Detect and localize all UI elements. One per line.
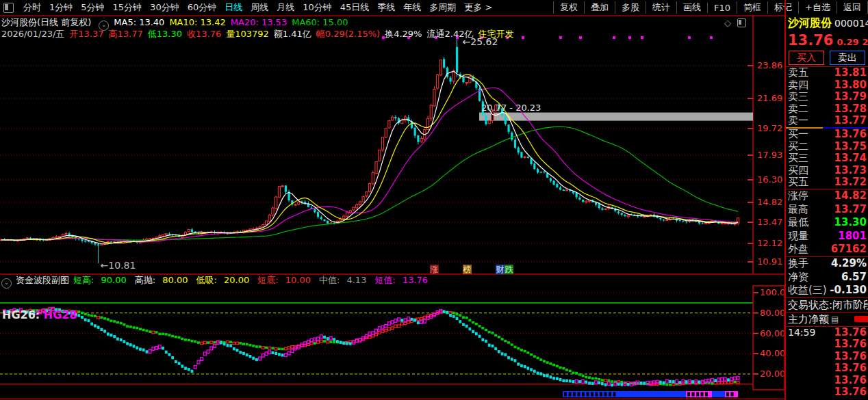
quote-row: 收益(三)-0.130	[786, 284, 868, 297]
period-tab[interactable]: 30分钟	[146, 1, 183, 14]
transaction-row: 13.76	[786, 375, 868, 387]
sell-button[interactable]: 卖出	[830, 51, 865, 65]
svg-text:100.0: 100.0	[760, 287, 785, 297]
ma-value: MA20: 13.53	[231, 17, 287, 27]
toolbar-item[interactable]: 画线	[676, 1, 707, 14]
svg-text:20.00: 20.00	[760, 369, 785, 379]
diamond-icon[interactable]: ◇	[724, 18, 731, 28]
period-tab[interactable]: 15分钟	[109, 1, 146, 14]
ohlc-segment: 流通2.42亿	[426, 29, 473, 39]
transaction-row: 14:5913.76	[786, 327, 868, 339]
svg-text:40.00: 40.00	[760, 348, 785, 358]
ohlc-segment: 换4.29%	[385, 29, 422, 39]
toolbar-item[interactable]: F10	[707, 3, 737, 13]
period-tab[interactable]: 年线	[399, 1, 425, 14]
period-tab[interactable]: 1分钟	[45, 1, 77, 14]
quote-row[interactable]: 卖三13.79	[786, 91, 868, 103]
period-tab[interactable]: 60分钟	[183, 1, 221, 14]
svg-text:23.86: 23.86	[757, 60, 782, 70]
svg-text:←10.81: ←10.81	[101, 260, 136, 271]
indicator-sub-chart[interactable]: 100.080.0060.0040.0020.00HG26: HG28	[0, 275, 786, 400]
quote-row[interactable]: 买三13.74	[786, 152, 868, 165]
top-toolbar: 分时1分钟5分钟15分钟30分钟60分钟日线周线月线10分钟45日线季线年线多周…	[0, 0, 868, 16]
period-tab[interactable]: 季线	[373, 1, 399, 14]
svg-text:60.00: 60.00	[760, 328, 785, 338]
toolbar-item[interactable]: 返回	[837, 1, 868, 14]
sub-param: 高抛: 80.00	[135, 275, 192, 285]
quote-row: 涨停14.82	[786, 189, 868, 203]
period-tabs: 分时1分钟5分钟15分钟30分钟60分钟日线周线月线10分钟45日线季线年线多周…	[0, 1, 496, 14]
main-force-row: 主力净额 ▤	[786, 312, 868, 326]
svg-text:19.72: 19.72	[757, 123, 782, 133]
period-tab[interactable]: 周线	[246, 1, 272, 14]
svg-text:21.69: 21.69	[757, 93, 782, 103]
period-tab[interactable]: 日线	[220, 1, 246, 14]
price-change-pct: 2.15%	[863, 37, 868, 47]
quote-row[interactable]: 卖一13.77	[786, 115, 868, 127]
buy-button[interactable]: 买入	[789, 51, 824, 65]
ma-value: MA10: 13.42	[169, 17, 225, 27]
toolbar-item[interactable]: 叠加	[584, 1, 615, 14]
transaction-row: 13.76	[786, 386, 868, 399]
toolbar-item[interactable]: 复权	[553, 1, 584, 14]
ohlc-segment: 开13.37	[69, 29, 103, 39]
stock-code: 000014	[834, 18, 868, 29]
ohlc-segment: 幅0.29(2.15%)	[316, 29, 380, 39]
period-tab[interactable]: 45日线	[336, 1, 374, 14]
toolbar-item[interactable]: 简框	[737, 1, 767, 14]
transaction-row: 13.76	[786, 338, 868, 351]
price-row: 13.760.292.15%	[786, 31, 868, 49]
quote-row[interactable]: 买四13.73	[786, 165, 868, 177]
quote-row: 外盘67162	[786, 243, 868, 256]
ohlc-segment: 住宅开发	[478, 29, 513, 39]
quote-row[interactable]: 卖二13.78	[786, 103, 868, 116]
transaction-row: 13.76	[786, 362, 868, 375]
list-icon[interactable]: ▤	[831, 312, 839, 326]
ma-value: MA60: 15.00	[292, 17, 348, 27]
ohlc-segment: 2026/01/23/五	[1, 29, 64, 39]
toolbar-item[interactable]: +自选	[798, 1, 837, 14]
ohlc-segment: 额1.41亿	[274, 29, 311, 39]
stock-name: 沙河股份	[788, 16, 832, 29]
chart-badge[interactable]: 跌	[505, 265, 513, 274]
sub-param: 短值: 13.76	[374, 275, 432, 285]
period-tab[interactable]: 5分钟	[77, 1, 108, 14]
period-tab[interactable]: 月线	[272, 1, 298, 14]
period-tab[interactable]: 10分钟	[298, 1, 336, 14]
svg-text:16.30: 16.30	[757, 174, 782, 185]
main-candlestick-chart[interactable]: 23.8621.6919.7217.9316.3014.8213.4712.12…	[0, 15, 786, 275]
svg-text:20.77 - 20.23: 20.77 - 20.23	[481, 103, 541, 113]
ohlc-info-bar: 2026/01/23/五开13.37高13.77低13.30收13.76量103…	[1, 28, 518, 39]
sub-chart-title: 资金波段副图	[16, 275, 69, 285]
main-force-label: 主力净额	[788, 312, 829, 326]
toolbar-item[interactable]: 统计	[646, 1, 676, 14]
ohlc-segment: 低13.30	[148, 29, 182, 39]
svg-text:12.12: 12.12	[757, 238, 782, 248]
chart-badge[interactable]: 榜	[463, 265, 472, 274]
ohlc-segment: 收13.76	[187, 29, 221, 39]
period-tab[interactable]: 更多 >	[460, 1, 496, 14]
chevron-down-icon[interactable]: ⌄	[1, 278, 12, 289]
ask-levels: 卖五13.81卖四13.80卖三13.79卖二13.78卖一13.77	[786, 67, 868, 127]
bid-levels: 买一13.76买二13.75买三13.74买四13.73买五13.72	[786, 129, 868, 189]
quote-row[interactable]: 买五13.72	[786, 176, 868, 189]
toolbar-item[interactable]: 标记	[767, 1, 798, 14]
ma-value: MA5: 13.40	[114, 17, 164, 27]
ma-values: MA5: 13.40MA10: 13.42MA20: 13.53MA60: 15…	[114, 17, 353, 27]
stock-name-row: 沙河股份000014	[786, 15, 868, 31]
main-force-bar	[854, 316, 868, 322]
quote-row[interactable]: 卖五13.81	[786, 67, 868, 79]
window-layout-icon[interactable]	[3, 3, 14, 13]
quote-row[interactable]: 买一13.76	[786, 129, 868, 141]
toolbar-item[interactable]: 多股	[615, 1, 646, 14]
quote-row[interactable]: 卖四13.80	[786, 79, 868, 92]
svg-text:80.00: 80.00	[760, 308, 785, 318]
split-view-icon[interactable]	[737, 18, 746, 27]
chart-badge[interactable]: 涨	[430, 265, 439, 274]
quote-row: 净资6.57	[786, 271, 868, 284]
chart-badge[interactable]: 财	[496, 265, 505, 274]
trade-status: 交易状态:闭市阶段	[786, 298, 868, 312]
period-tab[interactable]: 多周期	[425, 1, 460, 14]
period-tab[interactable]: 分时	[19, 1, 45, 14]
quote-row[interactable]: 买二13.75	[786, 141, 868, 153]
